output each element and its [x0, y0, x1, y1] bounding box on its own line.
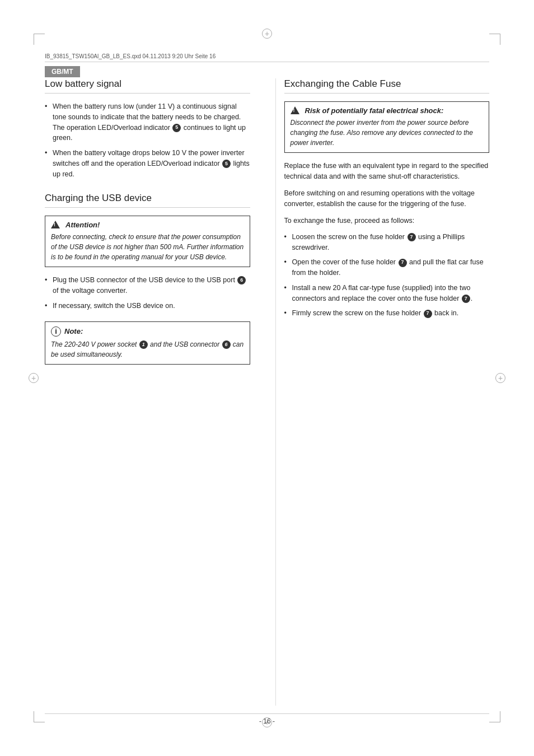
circle-7a: 7 — [407, 233, 416, 241]
list-item: Install a new 20 A flat car-type fuse (s… — [284, 283, 490, 304]
list-item: Open the cover of the fuse holder 7 and … — [284, 257, 490, 278]
attention-title-text: Attention! — [65, 221, 100, 229]
usb-charging-heading: Charging the USB device — [45, 193, 250, 208]
circle-5: 5 — [172, 124, 181, 132]
reg-circle-right — [495, 373, 505, 383]
attention-text: Before connecting, check to ensure that … — [51, 232, 244, 262]
right-column: Exchanging the Cable Fuse Risk of potent… — [275, 78, 490, 706]
fuse-para-1: Replace the fuse with an equivalent type… — [284, 161, 490, 183]
note-icon: i — [51, 326, 61, 337]
attention-box: Attention! Before connecting, check to e… — [45, 216, 250, 267]
note-title-text: Note: — [64, 327, 83, 335]
page-number: - 16 - — [259, 717, 275, 725]
usb-bullets: Plug the USB connector of the USB device… — [45, 275, 250, 311]
low-battery-bullets: When the battery runs low (under 11 V) a… — [45, 101, 250, 179]
reg-circle-left — [29, 373, 39, 383]
fuse-para-3: To exchange the fuse, proceed as follows… — [284, 216, 490, 226]
circle-7b: 7 — [399, 259, 407, 267]
list-item: Firmly screw the screw on the fuse holde… — [284, 308, 490, 319]
circle-7d: 7 — [424, 310, 432, 318]
circle-6b: 6 — [222, 340, 231, 349]
main-content: Low battery signal When the battery runs… — [45, 78, 489, 706]
fuse-para-2: Before switching on and resuming operati… — [284, 188, 490, 210]
fuse-bullets: Loosen the screw on the fuse holder 7 us… — [284, 232, 490, 319]
list-item: When the battery voltage drops below 10 … — [45, 148, 250, 179]
note-title: i Note: — [51, 326, 244, 337]
section-tab: GB/MT — [45, 66, 80, 77]
warning-triangle-icon — [51, 221, 60, 228]
header-bar: IB_93815_TSW150Al_GB_LB_ES.qxd 04.11.201… — [45, 53, 489, 62]
footer: - 16 - — [45, 713, 489, 725]
circle-7c: 7 — [462, 295, 470, 303]
attention-title: Attention! — [51, 221, 244, 229]
reg-circle-top — [262, 29, 272, 39]
circle-6: 6 — [237, 276, 246, 284]
list-item: Plug the USB connector of the USB device… — [45, 275, 250, 296]
risk-warning-title: Risk of potentially fatal electrical sho… — [291, 106, 484, 115]
risk-warning-text: Disconnect the power inverter from the p… — [291, 118, 484, 148]
list-item: If necessary, switch the USB device on. — [45, 301, 250, 311]
low-battery-heading: Low battery signal — [45, 78, 250, 94]
note-text: The 220-240 V power socket 1 and the USB… — [51, 339, 244, 360]
crop-mark-tr — [489, 34, 500, 45]
note-box: i Note: The 220-240 V power socket 1 and… — [45, 321, 250, 365]
risk-triangle-icon — [291, 106, 299, 114]
left-column: Low battery signal When the battery runs… — [45, 78, 259, 706]
crop-mark-tl — [34, 34, 45, 45]
crop-mark-br — [489, 711, 500, 722]
list-item: Loosen the screw on the fuse holder 7 us… — [284, 232, 490, 253]
circle-5b: 5 — [222, 160, 231, 168]
crop-mark-bl — [34, 711, 45, 722]
fuse-heading: Exchanging the Cable Fuse — [284, 78, 490, 94]
list-item: When the battery runs low (under 11 V) a… — [45, 101, 250, 143]
file-info: IB_93815_TSW150Al_GB_LB_ES.qxd 04.11.201… — [45, 53, 216, 59]
risk-warning-box: Risk of potentially fatal electrical sho… — [284, 101, 490, 153]
risk-warning-title-text: Risk of potentially fatal electrical sho… — [305, 106, 444, 115]
circle-1: 1 — [139, 340, 148, 349]
